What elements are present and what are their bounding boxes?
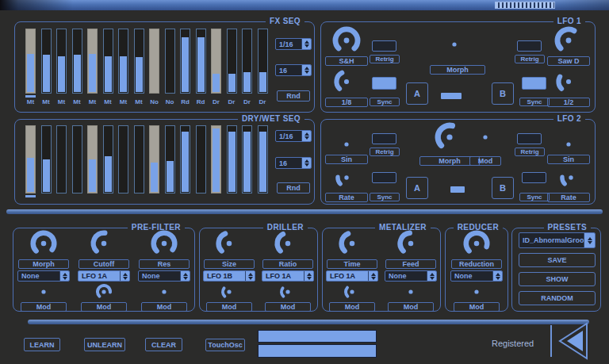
stepper-icon[interactable] <box>301 65 311 75</box>
seq-step-type-label[interactable]: Rd <box>194 98 208 105</box>
pre-filter-morph-knob[interactable] <box>29 229 58 258</box>
lfo1-retrig-a-checkbox[interactable] <box>372 40 396 52</box>
seq-step-type-label[interactable]: Mt <box>117 98 130 105</box>
seq-step-type-label[interactable]: Dr <box>256 98 270 105</box>
lfo1-retrig-b-checkbox[interactable] <box>517 40 542 52</box>
drywet-seq-random-button[interactable]: Rnd <box>277 182 310 193</box>
seq-step-slider[interactable] <box>72 125 82 193</box>
fx-seq-rate-dropdown[interactable]: 1/16 <box>275 38 312 50</box>
seq-step-type-label[interactable]: Mt <box>71 98 84 105</box>
show-button[interactable]: SHOW <box>519 272 596 286</box>
seq-step-slider[interactable] <box>149 29 159 94</box>
lfo1-wave-b-knob[interactable] <box>553 25 584 56</box>
seq-step-slider[interactable] <box>227 125 237 193</box>
pre-filter-cutoff-mod-source-dropdown[interactable]: LFO 1A <box>78 270 130 282</box>
seq-step-type-label[interactable]: Mt <box>24 98 37 105</box>
driller-ratio-mod-source-dropdown[interactable]: LFO 1A <box>262 270 314 282</box>
random-button[interactable]: RANDOM <box>519 291 596 305</box>
seq-step-slider[interactable] <box>25 29 36 94</box>
seq-step-slider[interactable] <box>227 29 237 94</box>
seq-step-slider[interactable] <box>180 125 190 193</box>
lfo2-morph-knob[interactable] <box>434 121 465 153</box>
lfo1-sync-a-checkbox[interactable] <box>372 77 396 90</box>
driller-size-mod-source-dropdown[interactable]: LFO 1B <box>203 270 255 282</box>
seq-step-slider[interactable] <box>41 29 52 94</box>
seq-step-type-label[interactable]: Mt <box>102 98 115 105</box>
driller-size-mod-knob[interactable] <box>220 283 238 301</box>
drywet-seq-length-dropdown[interactable]: 16 <box>275 157 312 169</box>
clear-button[interactable]: CLEAR <box>145 338 182 351</box>
seq-step-slider[interactable] <box>211 125 221 193</box>
seq-step-slider[interactable] <box>165 29 175 94</box>
save-button[interactable]: SAVE <box>519 253 596 267</box>
stepper-icon[interactable] <box>301 39 311 49</box>
stepper-icon[interactable] <box>120 271 129 281</box>
driller-ratio-mod-knob[interactable] <box>279 283 297 301</box>
seq-step-slider[interactable] <box>211 29 221 94</box>
metalizer-feed-knob[interactable] <box>396 229 425 258</box>
seq-step-type-label[interactable]: Rd <box>178 98 192 105</box>
lfo2-rate-a-knob[interactable] <box>335 166 358 190</box>
lfo2-wave-a-knob[interactable] <box>338 136 355 153</box>
seq-step-slider[interactable] <box>196 29 206 94</box>
driller-size-knob[interactable] <box>215 229 243 258</box>
seq-step-slider[interactable] <box>180 29 190 94</box>
lfo1-b-button[interactable]: B <box>492 82 514 105</box>
pre-filter-res-knob[interactable] <box>150 229 178 258</box>
stepper-icon[interactable] <box>427 271 436 281</box>
fx-seq-random-button[interactable]: Rnd <box>277 90 310 102</box>
seq-step-type-label[interactable]: Dr <box>209 98 223 105</box>
pre-filter-res-mod-knob[interactable] <box>155 283 173 301</box>
seq-step-type-label[interactable]: No <box>163 98 177 105</box>
seq-step-slider[interactable] <box>56 29 67 94</box>
touchosc-button[interactable]: TouchOsc <box>205 339 245 351</box>
metalizer-time-mod-knob[interactable] <box>343 283 361 301</box>
reducer-reduction-mod-knob[interactable] <box>468 283 485 301</box>
seq-step-slider[interactable] <box>72 29 82 94</box>
seq-step-slider[interactable] <box>134 125 144 193</box>
seq-step-slider[interactable] <box>87 29 98 94</box>
reducer-reduction-mod-source-dropdown[interactable]: None <box>450 270 503 282</box>
fx-seq-length-dropdown[interactable]: 16 <box>275 64 312 76</box>
seq-step-slider[interactable] <box>103 125 113 193</box>
stepper-icon[interactable] <box>368 271 377 281</box>
lfo2-a-button[interactable]: A <box>406 177 428 199</box>
seq-step-type-label[interactable]: No <box>147 98 161 105</box>
pre-filter-morph-mod-knob[interactable] <box>35 283 52 301</box>
seq-step-slider[interactable] <box>41 125 52 193</box>
seq-step-slider[interactable] <box>118 29 128 94</box>
metalizer-feed-mod-source-dropdown[interactable]: None <box>385 270 437 282</box>
seq-step-type-label[interactable]: Dr <box>240 98 254 105</box>
lfo2-retrig-a-checkbox[interactable] <box>372 133 396 144</box>
lfo2-sync-b-checkbox[interactable] <box>522 172 546 183</box>
metalizer-time-mod-source-dropdown[interactable]: LFO 1A <box>326 270 378 282</box>
seq-step-slider[interactable] <box>103 29 113 94</box>
pre-filter-cutoff-mod-knob[interactable] <box>95 283 113 301</box>
lfo2-sync-a-checkbox[interactable] <box>372 172 396 183</box>
seq-step-slider[interactable] <box>258 29 268 94</box>
stepper-icon[interactable] <box>584 233 595 247</box>
lfo2-retrig-b-checkbox[interactable] <box>517 133 542 144</box>
lfo1-morph-mini-slider[interactable] <box>441 93 462 99</box>
seq-step-slider[interactable] <box>242 29 252 94</box>
metalizer-feed-mod-knob[interactable] <box>402 283 419 301</box>
lfo1-sync-b-checkbox[interactable] <box>522 77 546 90</box>
drywet-seq-rate-dropdown[interactable]: 1/16 <box>275 130 312 142</box>
learn-button[interactable]: LEARN <box>24 338 60 351</box>
pre-filter-cutoff-knob[interactable] <box>90 229 118 258</box>
stepper-icon[interactable] <box>245 271 255 281</box>
lfo2-morph-mini-slider[interactable] <box>450 186 465 193</box>
driller-ratio-knob[interactable] <box>274 229 302 258</box>
stepper-icon[interactable] <box>301 158 311 168</box>
lfo1-wave-a-knob[interactable] <box>331 25 362 56</box>
seq-step-type-label[interactable]: Mt <box>40 98 53 105</box>
stepper-icon[interactable] <box>59 271 69 281</box>
seq-step-slider[interactable] <box>87 125 98 193</box>
stepper-icon[interactable] <box>304 271 313 281</box>
stepper-icon[interactable] <box>301 131 311 141</box>
lfo2-wave-b-knob[interactable] <box>560 136 577 153</box>
preset-select-dropdown[interactable]: ID_AbnormalGroo... <box>519 232 596 248</box>
reducer-reduction-knob[interactable] <box>462 229 491 258</box>
seq-step-slider[interactable] <box>242 125 252 193</box>
seq-step-slider[interactable] <box>118 125 128 193</box>
